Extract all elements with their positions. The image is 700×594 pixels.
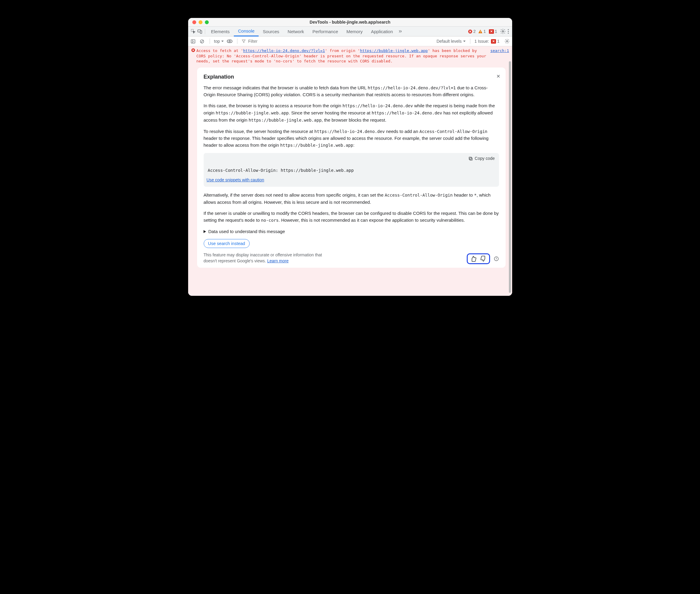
svg-rect-10 [191, 39, 195, 43]
tab-sources[interactable]: Sources [258, 27, 283, 36]
explanation-paragraph: If the server is unable or unwilling to … [204, 210, 499, 224]
explanation-paragraph: To resolve this issue, the server hostin… [204, 128, 499, 149]
console-settings-icon[interactable] [504, 38, 511, 44]
issue-count-badge[interactable]: ✕ 1 [488, 29, 497, 34]
error-url1-link[interactable]: https://hello-io-24.deno.dev/?lvl=1 [243, 48, 325, 53]
tab-performance[interactable]: Performance [308, 27, 342, 36]
devtools-tabstrip: Elements Console Sources Network Perform… [188, 27, 512, 36]
error-count-badge[interactable]: 2 [468, 29, 476, 34]
svg-point-9 [508, 33, 509, 33]
log-levels-selector[interactable]: Default levels [436, 39, 466, 44]
kebab-menu-icon[interactable] [508, 29, 509, 34]
close-icon[interactable]: ✕ [496, 73, 500, 80]
svg-line-13 [201, 40, 203, 43]
explanation-paragraph: In this case, the browser is trying to a… [204, 102, 499, 123]
tab-network[interactable]: Network [283, 27, 308, 36]
issues-link[interactable]: 1 Issue: ✕ 1 [475, 39, 500, 44]
warning-count-badge[interactable]: 1 [478, 29, 486, 34]
scrollbar[interactable] [509, 61, 511, 293]
use-search-button[interactable]: Use search instead [204, 239, 250, 248]
more-tabs-icon[interactable] [397, 28, 404, 35]
copy-code-button[interactable]: Copy code [204, 153, 499, 164]
console-error-row[interactable]: Access to fetch at 'https://hello-io-24.… [188, 46, 512, 65]
explanation-paragraph: Alternatively, if the server does not ne… [204, 192, 499, 205]
data-used-details[interactable]: Data used to understand this message [204, 228, 499, 235]
code-content: Access-Control-Allow-Origin: https://bub… [204, 164, 499, 175]
separator [470, 38, 470, 44]
console-toolbar: top Default levels 1 Issue: ✕ 1 [188, 36, 512, 46]
window-title: DevTools - bubble-jingle.web.app/search [188, 20, 512, 25]
svg-rect-18 [469, 157, 471, 160]
data-used-summary[interactable]: Data used to understand this message [204, 228, 499, 235]
filter-input[interactable] [242, 38, 277, 44]
svg-rect-17 [470, 158, 472, 160]
device-toolbar-icon[interactable] [197, 28, 203, 35]
separator [210, 38, 210, 44]
filter-text-input[interactable] [248, 38, 277, 44]
console-body: Access to fetch at 'https://hello-io-24.… [188, 46, 512, 296]
thumbs-down-icon[interactable] [480, 256, 487, 262]
tab-elements[interactable]: Elements [207, 27, 234, 36]
svg-rect-4 [480, 31, 481, 32]
issue-red-icon: ✕ [491, 39, 496, 44]
titlebar: DevTools - bubble-jingle.web.app/search [188, 18, 512, 27]
svg-point-14 [229, 41, 230, 42]
devtools-window: DevTools - bubble-jingle.web.app/search … [188, 18, 512, 296]
error-icon [191, 48, 197, 64]
error-url2-link[interactable]: https://bubble-jingle.web.app [360, 48, 428, 53]
disclaimer-text: This feature may display inaccurate or o… [204, 252, 335, 264]
svg-point-21 [496, 259, 497, 260]
tab-memory[interactable]: Memory [342, 27, 367, 36]
sidebar-toggle-icon[interactable] [190, 38, 197, 44]
clear-console-icon[interactable] [199, 38, 206, 44]
feedback-group [467, 253, 499, 264]
svg-point-7 [508, 29, 509, 30]
issue-red-icon: ✕ [489, 29, 494, 34]
explanation-paragraph: The error message indicates that the bro… [204, 84, 499, 98]
learn-more-link[interactable]: Learn more [267, 259, 289, 263]
card-footer: This feature may display inaccurate or o… [204, 252, 499, 264]
explanation-title: Explanation [204, 73, 499, 81]
code-block: Copy code Access-Control-Allow-Origin: h… [204, 153, 499, 187]
explanation-card: ✕ Explanation The error message indicate… [197, 68, 505, 268]
settings-icon[interactable] [500, 28, 506, 35]
separator [205, 29, 205, 34]
error-message-text: Access to fetch at 'https://hello-io-24.… [197, 48, 487, 64]
svg-point-6 [502, 31, 503, 32]
copy-icon [468, 156, 473, 161]
report-icon[interactable] [494, 256, 499, 261]
svg-rect-2 [200, 31, 202, 33]
error-source-link[interactable]: search:1 [490, 48, 509, 64]
feedback-box [467, 253, 490, 264]
svg-point-15 [506, 41, 508, 42]
caution-link[interactable]: Use code snippets with caution [207, 177, 264, 182]
svg-rect-5 [480, 32, 481, 33]
svg-point-8 [508, 31, 509, 32]
thumbs-up-icon[interactable] [470, 256, 477, 262]
tab-console[interactable]: Console [234, 27, 258, 36]
inspect-icon[interactable] [190, 28, 197, 35]
live-expression-icon[interactable] [226, 38, 233, 44]
context-selector[interactable]: top [214, 39, 224, 44]
tab-application[interactable]: Application [367, 27, 397, 36]
